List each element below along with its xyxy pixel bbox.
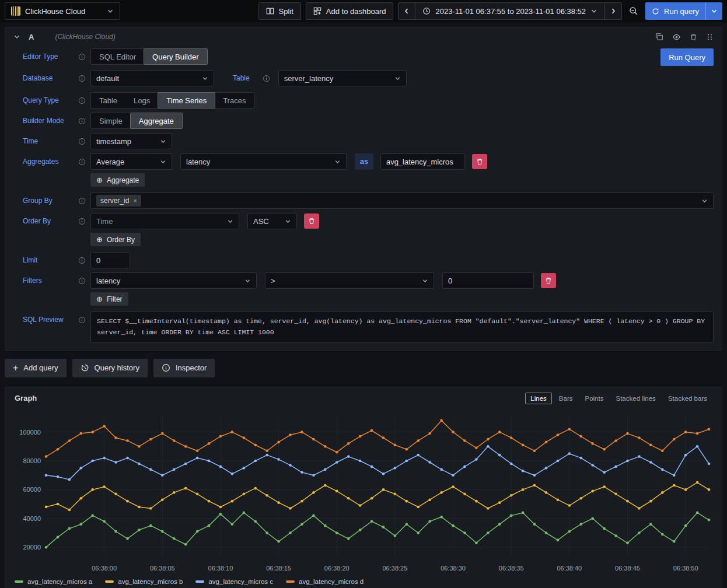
builder-mode-label: Builder Mode bbox=[13, 113, 86, 129]
query-history-button[interactable]: Query history bbox=[72, 359, 148, 377]
editor-type-query-builder[interactable]: Query Builder bbox=[144, 48, 207, 65]
graph-panel: Graph Lines Bars Points Stacked lines St… bbox=[5, 387, 722, 588]
query-ref-id[interactable]: A bbox=[29, 33, 34, 41]
time-label: Time bbox=[13, 133, 86, 149]
add-filter-button[interactable]: ⊕ Filter bbox=[90, 292, 128, 306]
aggregate-column-select[interactable]: latency bbox=[180, 153, 347, 170]
split-button[interactable]: Split bbox=[258, 2, 301, 20]
dashboard-grid-plus-icon bbox=[313, 7, 321, 15]
drag-handle-icon[interactable] bbox=[706, 33, 714, 41]
graph-mode-bars[interactable]: Bars bbox=[554, 393, 578, 404]
graph-style-toggle: Lines Bars Points Stacked lines Stacked … bbox=[525, 393, 712, 404]
info-circle-icon bbox=[162, 363, 170, 372]
aggregate-alias-input[interactable] bbox=[380, 153, 465, 170]
info-icon[interactable] bbox=[78, 53, 86, 61]
aggregate-function-select[interactable]: Average bbox=[90, 153, 172, 170]
clickhouse-logo-icon bbox=[11, 6, 20, 16]
svg-text:80000: 80000 bbox=[23, 457, 41, 464]
plus-circle-icon: ⊕ bbox=[96, 295, 103, 303]
legend-item[interactable]: avg_latency_micros b bbox=[105, 578, 183, 585]
zoom-out-icon bbox=[629, 6, 638, 16]
series-color-swatch bbox=[15, 580, 23, 583]
run-query-interval-dropdown[interactable] bbox=[705, 2, 722, 20]
svg-text:06:38:15: 06:38:15 bbox=[266, 565, 291, 572]
chevron-down-icon bbox=[701, 198, 708, 204]
info-icon[interactable] bbox=[78, 316, 86, 324]
table-select[interactable]: server_latency bbox=[278, 70, 407, 86]
timeseries-chart[interactable]: 2000040000600008000010000006:38:0006:38:… bbox=[10, 407, 717, 577]
add-query-button[interactable]: + Add query bbox=[5, 359, 67, 377]
split-icon bbox=[266, 7, 274, 15]
svg-text:100000: 100000 bbox=[19, 429, 41, 436]
duplicate-query-icon[interactable] bbox=[655, 33, 663, 41]
legend-item[interactable]: avg_latency_micros a bbox=[15, 578, 92, 585]
trash-icon bbox=[545, 277, 552, 284]
graph-mode-lines[interactable]: Lines bbox=[525, 393, 552, 404]
order-by-field-select[interactable]: Time bbox=[90, 213, 239, 229]
query-type-traces[interactable]: Traces bbox=[215, 93, 254, 108]
graph-mode-stacked-lines[interactable]: Stacked lines bbox=[610, 393, 660, 404]
add-aggregate-button[interactable]: ⊕ Aggregate bbox=[90, 173, 145, 187]
inspector-button[interactable]: Inspector bbox=[153, 359, 215, 377]
remove-query-trash-icon[interactable] bbox=[690, 33, 697, 41]
editor-type-label: Editor Type bbox=[13, 48, 86, 65]
series-color-swatch bbox=[286, 580, 295, 583]
hide-query-eye-icon[interactable] bbox=[672, 33, 681, 41]
time-range-button[interactable]: 2023-11-01 06:37:55 to 2023-11-01 06:38:… bbox=[415, 2, 605, 20]
info-icon[interactable] bbox=[263, 75, 270, 82]
svg-text:06:38:50: 06:38:50 bbox=[673, 565, 698, 572]
datasource-picker[interactable]: ClickHouse Cloud bbox=[5, 2, 120, 20]
info-icon[interactable] bbox=[78, 97, 86, 104]
remove-tag-icon[interactable]: × bbox=[133, 197, 137, 204]
group-by-multiselect[interactable]: server_id × bbox=[90, 192, 714, 209]
legend-item[interactable]: avg_latency_micros d bbox=[286, 578, 364, 585]
query-type-time-series[interactable]: Time Series bbox=[158, 92, 215, 108]
info-icon[interactable] bbox=[78, 257, 86, 264]
datasource-name: ClickHouse Cloud bbox=[25, 7, 85, 16]
editor-type-toggle: SQL Editor Query Builder bbox=[90, 48, 208, 65]
remove-filter-button[interactable] bbox=[541, 273, 556, 288]
info-icon[interactable] bbox=[78, 117, 86, 125]
time-shift-forward-button[interactable] bbox=[604, 2, 622, 20]
legend-item[interactable]: avg_latency_micros c bbox=[195, 578, 273, 585]
time-shift-back-button[interactable] bbox=[398, 2, 415, 20]
builder-mode-aggregate[interactable]: Aggregate bbox=[130, 113, 183, 129]
chevron-left-icon bbox=[403, 8, 410, 15]
filter-field-select[interactable]: latency bbox=[90, 272, 257, 289]
chevron-down-icon bbox=[202, 75, 208, 82]
as-keyword-badge[interactable]: as bbox=[355, 153, 373, 170]
trash-icon bbox=[476, 158, 483, 165]
info-icon[interactable] bbox=[78, 75, 86, 82]
group-by-label: Group By bbox=[13, 192, 86, 209]
remove-aggregate-button[interactable] bbox=[472, 154, 487, 169]
database-select[interactable]: default bbox=[90, 70, 214, 86]
graph-mode-points[interactable]: Points bbox=[580, 393, 609, 404]
info-icon[interactable] bbox=[78, 277, 86, 285]
add-order-by-button[interactable]: ⊕ Order By bbox=[90, 233, 141, 246]
sql-preview-text: SELECT $__timeInterval(timestamp) as tim… bbox=[90, 312, 714, 343]
order-by-direction-select[interactable]: ASC bbox=[247, 213, 297, 229]
filter-operator-select[interactable]: > bbox=[265, 272, 434, 289]
query-builder-body: Editor Type SQL Editor Query Builder Run… bbox=[5, 46, 722, 350]
time-column-select[interactable]: timestamp bbox=[90, 133, 172, 149]
info-icon[interactable] bbox=[78, 158, 86, 166]
info-icon[interactable] bbox=[78, 138, 86, 145]
query-type-label: Query Type bbox=[13, 92, 86, 108]
graph-mode-stacked-bars[interactable]: Stacked bars bbox=[663, 393, 712, 404]
collapse-query-icon[interactable] bbox=[13, 33, 20, 40]
limit-input[interactable] bbox=[90, 252, 130, 268]
add-to-dashboard-button[interactable]: Add to dashboard bbox=[306, 2, 394, 20]
svg-text:40000: 40000 bbox=[23, 515, 41, 522]
filter-value-input[interactable] bbox=[442, 272, 534, 289]
info-icon[interactable] bbox=[78, 197, 86, 205]
info-icon[interactable] bbox=[78, 218, 86, 225]
run-query-button[interactable]: Run query bbox=[645, 2, 705, 20]
remove-order-by-button[interactable] bbox=[304, 214, 319, 229]
run-query-panel-button[interactable]: Run Query bbox=[660, 48, 714, 66]
zoom-out-button[interactable] bbox=[627, 6, 641, 16]
editor-type-sql-editor[interactable]: SQL Editor bbox=[91, 49, 144, 64]
query-type-table[interactable]: Table bbox=[91, 93, 125, 108]
builder-mode-toggle: Simple Aggregate bbox=[90, 113, 183, 129]
builder-mode-simple[interactable]: Simple bbox=[91, 113, 131, 128]
query-type-logs[interactable]: Logs bbox=[125, 93, 158, 108]
